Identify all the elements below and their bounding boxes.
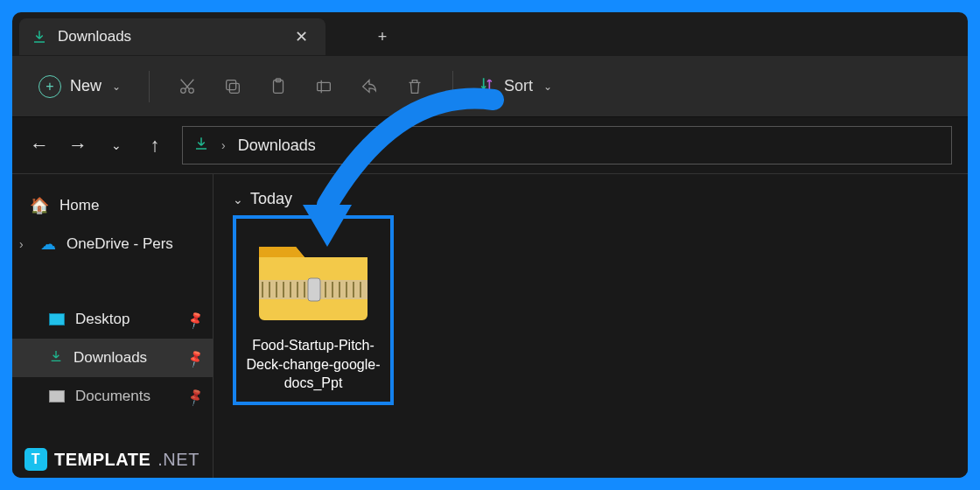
svg-rect-2 [229, 83, 239, 93]
toolbar-separator [452, 71, 453, 102]
rename-icon[interactable] [304, 66, 344, 107]
new-button-label: New [70, 77, 102, 95]
toolbar: + New ⌄ Sort ⌄ [12, 56, 968, 117]
pin-icon: 📌 [185, 348, 205, 368]
sidebar-item-label: Home [60, 197, 99, 214]
share-icon[interactable] [349, 66, 389, 107]
zip-folder-icon [252, 228, 374, 327]
sidebar-item-label: Desktop [75, 311, 130, 328]
tab-downloads[interactable]: Downloads ✕ [19, 18, 326, 55]
watermark-suffix: .NET [158, 450, 200, 470]
recent-dropdown[interactable]: ⌄ [105, 134, 128, 157]
sidebar-item-label: Documents [75, 388, 150, 405]
plus-circle-icon: + [38, 75, 61, 98]
pin-icon: 📌 [185, 310, 205, 329]
watermark-badge: T [24, 448, 47, 471]
file-explorer-window: Downloads ✕ + + New ⌄ [12, 12, 968, 478]
chevron-down-icon: ⌄ [233, 192, 243, 206]
group-label: Today [250, 190, 292, 208]
sidebar-item-label: Downloads [74, 349, 147, 367]
sort-button[interactable]: Sort ⌄ [471, 75, 559, 97]
sidebar-item-documents[interactable]: Documents 📌 [12, 377, 213, 416]
main-area: ← → ⌄ ↑ › Downloads 🏠 Home › ☁ [12, 117, 968, 478]
breadcrumb-separator: › [221, 138, 226, 152]
copy-icon[interactable] [213, 66, 253, 107]
breadcrumb-current: Downloads [238, 136, 316, 155]
file-item[interactable]: Food-Startup-Pitch-Deck-change-google-do… [233, 215, 394, 405]
file-name: Food-Startup-Pitch-Deck-change-google-do… [243, 336, 383, 393]
forward-button[interactable]: → [66, 134, 89, 157]
close-tab-button[interactable]: ✕ [289, 27, 313, 46]
chevron-right-icon: › [19, 237, 32, 251]
sidebar: 🏠 Home › ☁ OneDrive - Pers Desktop 📌 [12, 174, 214, 478]
up-button[interactable]: ↑ [144, 134, 166, 157]
sidebar-item-label: OneDrive - Pers [66, 235, 173, 253]
address-bar[interactable]: › Downloads [182, 126, 952, 164]
watermark: T TEMPLATE.NET [24, 448, 200, 471]
tab-strip: Downloads ✕ + [12, 12, 968, 56]
paste-icon[interactable] [258, 66, 298, 107]
new-button[interactable]: + New ⌄ [28, 68, 131, 105]
group-header-today[interactable]: ⌄ Today [233, 190, 948, 208]
svg-point-0 [181, 88, 186, 93]
svg-rect-3 [227, 80, 236, 89]
delete-icon[interactable] [395, 66, 435, 107]
svg-rect-6 [318, 82, 331, 90]
sidebar-item-home[interactable]: 🏠 Home [12, 186, 213, 225]
body-split: 🏠 Home › ☁ OneDrive - Pers Desktop 📌 [12, 173, 968, 478]
back-button[interactable]: ← [28, 134, 51, 157]
svg-point-1 [189, 88, 194, 93]
cloud-icon: ☁ [40, 234, 56, 254]
sidebar-item-onedrive[interactable]: › ☁ OneDrive - Pers [12, 225, 213, 263]
pin-icon: 📌 [185, 387, 205, 406]
toolbar-separator [149, 71, 150, 102]
sidebar-item-downloads[interactable]: Downloads 📌 [12, 339, 213, 377]
sort-button-label: Sort [504, 77, 533, 95]
download-icon [193, 136, 209, 156]
sort-arrows-icon [478, 75, 495, 97]
download-icon [32, 29, 47, 45]
desktop-icon [49, 313, 65, 326]
chevron-down-icon: ⌄ [543, 80, 552, 93]
content-pane: ⌄ Today [214, 174, 968, 478]
sidebar-spacer [12, 263, 213, 300]
chevron-down-icon: ⌄ [112, 80, 121, 93]
document-icon [49, 390, 65, 402]
cut-icon[interactable] [167, 66, 207, 107]
svg-rect-23 [308, 278, 320, 301]
new-tab-button[interactable]: + [368, 22, 397, 52]
watermark-brand: TEMPLATE [54, 450, 150, 470]
sidebar-item-desktop[interactable]: Desktop 📌 [12, 300, 213, 339]
tab-title: Downloads [58, 28, 278, 46]
nav-row: ← → ⌄ ↑ › Downloads [12, 117, 968, 173]
download-icon [49, 349, 63, 368]
home-icon: 🏠 [30, 196, 49, 215]
